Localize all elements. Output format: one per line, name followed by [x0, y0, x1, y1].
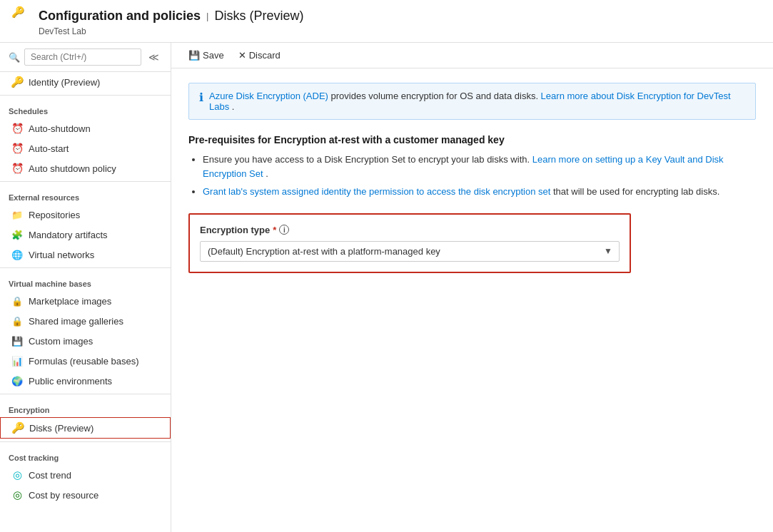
sidebar-item-identity[interactable]: 🔑 Identity (Preview)	[0, 72, 171, 92]
sidebar-item-shared-image-galleries[interactable]: 🔒 Shared image galleries	[0, 311, 171, 331]
sidebar-item-cost-by-resource[interactable]: ◎ Cost by resource	[0, 485, 171, 505]
disk-key-icon: 🔑	[12, 422, 24, 434]
sidebar-item-public-environments[interactable]: 🌍 Public environments	[0, 371, 171, 391]
field-info-icon[interactable]: i	[279, 225, 289, 235]
toolbar: 💾 Save ✕ Discard	[171, 43, 773, 68]
cost-trend-icon: ◎	[11, 469, 23, 481]
info-banner: ℹ Azure Disk Encryption (ADE) provides v…	[188, 83, 756, 120]
network-icon: 🌐	[11, 249, 23, 260]
page-header: 🔑 Configuration and policies | Disks (Pr…	[0, 0, 773, 43]
discard-icon: ✕	[238, 50, 246, 61]
sidebar: 🔍 ≪ 🔑 Identity (Preview) Schedules ⏰ Aut…	[0, 43, 171, 532]
page-subtitle: Disks (Preview)	[214, 9, 303, 24]
encryption-type-label: Encryption type * i	[200, 225, 620, 235]
info-text-middle: provides volume encryption for OS and da…	[331, 91, 541, 101]
prereq-list: Ensure you have access to a Disk Encrypt…	[188, 153, 756, 199]
info-icon: ℹ	[199, 91, 203, 104]
formula-icon: 📊	[11, 355, 23, 367]
sidebar-item-auto-start[interactable]: ⏰ Auto-start	[0, 138, 171, 158]
key-icon: 🔑	[11, 76, 23, 88]
encryption-type-select-wrapper: (Default) Encryption at-rest with a plat…	[200, 241, 620, 262]
clock-icon-3: ⏰	[11, 163, 23, 174]
prereq-text-2: that will be used for encrypting lab dis…	[553, 186, 719, 197]
sidebar-item-virtual-networks[interactable]: 🌐 Virtual networks	[0, 245, 171, 265]
custom-image-icon: 💾	[11, 335, 23, 347]
search-icon: 🔍	[9, 52, 20, 63]
encryption-type-box: Encryption type * i (Default) Encryption…	[188, 213, 631, 273]
sidebar-collapse-button[interactable]: ≪	[146, 50, 162, 64]
sidebar-item-auto-shutdown[interactable]: ⏰ Auto-shutdown	[0, 118, 171, 138]
header-subtext: DevTest Lab	[39, 26, 86, 36]
sidebar-item-custom-images[interactable]: 💾 Custom images	[0, 331, 171, 351]
sidebar-item-auto-shutdown-policy[interactable]: ⏰ Auto shutdown policy	[0, 158, 171, 178]
sidebar-search-area: 🔍 ≪	[0, 43, 171, 72]
clock-icon-2: ⏰	[11, 143, 23, 154]
info-banner-text: Azure Disk Encryption (ADE) provides vol…	[209, 91, 745, 112]
gallery-icon: 🔒	[11, 315, 23, 327]
prereq-item-2: Grant lab's system assigned identity the…	[203, 185, 756, 199]
main-content: ℹ Azure Disk Encryption (ADE) provides v…	[171, 68, 773, 532]
section-label-schedules: Schedules	[0, 98, 171, 118]
search-input[interactable]	[24, 48, 141, 66]
section-label-external: External resources	[0, 185, 171, 205]
prereq-title: Pre-requisites for Encryption at-rest wi…	[188, 134, 756, 145]
encryption-type-select[interactable]: (Default) Encryption at-rest with a plat…	[200, 241, 620, 262]
prereq-text-1a: Ensure you have access to a Disk Encrypt…	[203, 154, 532, 165]
artifact-icon: 🧩	[11, 229, 23, 240]
section-label-cost-tracking: Cost tracking	[0, 445, 171, 465]
save-icon: 💾	[188, 50, 200, 61]
sidebar-item-formulas[interactable]: 📊 Formulas (reusable bases)	[0, 351, 171, 371]
header-icon: 🔑	[11, 6, 31, 26]
cost-resource-icon: ◎	[11, 489, 23, 501]
sidebar-item-disks-preview[interactable]: 🔑 Disks (Preview)	[0, 417, 171, 439]
header-separator: |	[206, 11, 208, 21]
clock-icon: ⏰	[11, 123, 23, 134]
environment-icon: 🌍	[11, 375, 23, 387]
prereq-item-1: Ensure you have access to a Disk Encrypt…	[203, 153, 756, 180]
marketplace-icon: 🔒	[11, 295, 23, 307]
section-label-encryption: Encryption	[0, 397, 171, 417]
sidebar-item-cost-trend[interactable]: ◎ Cost trend	[0, 465, 171, 485]
info-text-end: .	[232, 101, 235, 112]
repo-icon: 📁	[11, 209, 23, 220]
section-label-vm-bases: Virtual machine bases	[0, 271, 171, 291]
page-title: Configuration and policies	[39, 9, 201, 24]
required-indicator: *	[273, 225, 276, 235]
sidebar-item-mandatory-artifacts[interactable]: 🧩 Mandatory artifacts	[0, 225, 171, 245]
sidebar-item-marketplace-images[interactable]: 🔒 Marketplace images	[0, 291, 171, 311]
ade-link[interactable]: Azure Disk Encryption (ADE)	[209, 91, 328, 101]
save-button[interactable]: 💾 Save	[183, 47, 230, 63]
discard-button[interactable]: ✕ Discard	[233, 47, 286, 63]
sidebar-item-repositories[interactable]: 📁 Repositories	[0, 205, 171, 225]
identity-link[interactable]: Grant lab's system assigned identity the…	[203, 186, 550, 197]
prereq-text-1b: .	[266, 168, 268, 179]
